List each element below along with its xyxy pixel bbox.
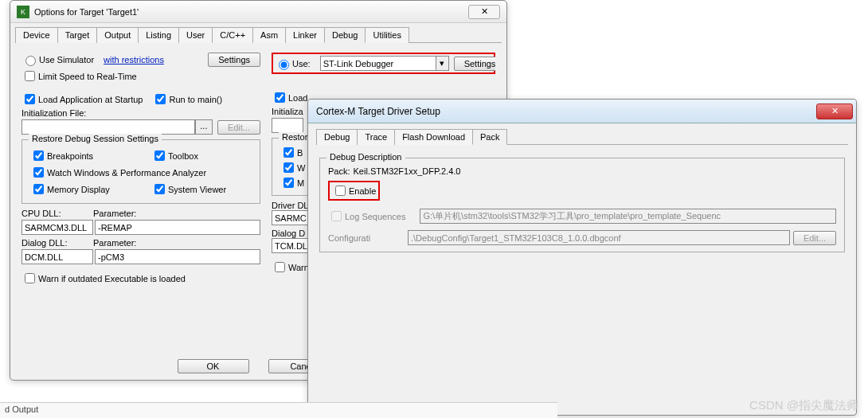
init-input-r[interactable] — [272, 118, 303, 133]
tab2-trace[interactable]: Trace — [357, 129, 395, 145]
tab-asm[interactable]: Asm — [252, 27, 286, 43]
tabstrip: Device Target Output Listing User C/C++ … — [15, 26, 502, 43]
debugger-settings-button[interactable]: Settings — [454, 57, 495, 71]
sysviewer-check[interactable]: System Viewer — [151, 182, 226, 197]
log-seq-check: Log Sequences — [328, 209, 405, 224]
pack-value: Keil.STM32F1xx_DFP.2.4.0 — [354, 166, 461, 176]
limit-speed-check[interactable]: Limit Speed to Real-Time — [22, 68, 137, 84]
load-app-check[interactable]: Load Application at Startup — [22, 92, 143, 107]
close-button2[interactable]: ✕ — [816, 104, 853, 119]
log-seq-input — [420, 209, 836, 224]
dialog-dll-input[interactable] — [22, 249, 93, 264]
enable-check[interactable]: Enable — [328, 181, 380, 201]
toolbox-check[interactable]: Toolbox — [151, 148, 198, 163]
init-file-input[interactable] — [22, 119, 195, 135]
tab-output[interactable]: Output — [96, 27, 139, 43]
restore-group: Restore Debug Session Settings Breakpoin… — [22, 139, 260, 204]
restore-legend: Restore Debug Session Settings — [29, 134, 162, 143]
tab2-pack[interactable]: Pack — [472, 129, 507, 145]
tab-utilities[interactable]: Utilities — [365, 27, 409, 43]
cpu-dll-input[interactable] — [22, 220, 93, 235]
titlebar2[interactable]: Cortex-M Target Driver Setup ✕ — [308, 100, 856, 123]
browse-button[interactable]: ... — [195, 119, 213, 135]
cpu-dll-label: CPU DLL: — [22, 209, 93, 218]
dialog-param-input[interactable] — [95, 249, 260, 264]
use-debugger-radio[interactable]: Use: — [275, 57, 311, 70]
window-title2: Cortex-M Target Driver Setup — [316, 106, 816, 117]
debug-desc-group: Debug Description Pack: Keil.STM32F1xx_D… — [319, 158, 845, 252]
tab-user[interactable]: User — [178, 27, 213, 43]
pack-label: Pack: — [328, 166, 350, 176]
dropdown-icon[interactable]: ▾ — [436, 56, 449, 71]
debugger-select[interactable] — [320, 56, 436, 71]
sim-settings-button[interactable]: Settings — [208, 53, 260, 67]
window-title: Options for Target 'Target1' — [34, 7, 468, 17]
b-check[interactable]: B — [280, 145, 303, 160]
memory-check[interactable]: Memory Display — [30, 182, 142, 197]
edit-button[interactable]: Edit... — [217, 120, 260, 135]
config-label: Configurati — [328, 233, 403, 243]
with-restrictions-link[interactable]: with restrictions — [104, 55, 164, 64]
watch-check[interactable]: Watch Windows & Performance Analyzer — [30, 165, 206, 180]
ok-button[interactable]: OK — [178, 359, 249, 373]
warn-check-r[interactable]: Warn — [272, 260, 309, 275]
tab2-flash[interactable]: Flash Download — [394, 129, 473, 145]
w-check[interactable]: W — [280, 160, 305, 175]
run-to-main-check[interactable]: Run to main() — [152, 92, 222, 107]
watermark: CSDN @指尖魔法师 — [749, 398, 858, 413]
param-label: Parameter: — [93, 209, 136, 218]
tab-linker[interactable]: Linker — [285, 27, 325, 43]
tab-cpp[interactable]: C/C++ — [212, 27, 253, 43]
tab-debug[interactable]: Debug — [324, 27, 366, 43]
dialog-dll-label: Dialog DLL: — [22, 238, 93, 248]
config-input — [408, 230, 790, 245]
titlebar[interactable]: K Options for Target 'Target1' ✕ — [10, 1, 506, 23]
status-bar: d Output — [0, 402, 557, 418]
load-app-check-r[interactable]: Load — [272, 90, 307, 105]
tab-device[interactable]: Device — [15, 27, 58, 43]
driver-setup-dialog: Cortex-M Target Driver Setup ✕ Debug Tra… — [307, 99, 857, 416]
driver-dll-input[interactable] — [272, 210, 311, 225]
tab2-debug[interactable]: Debug — [316, 129, 358, 145]
tab-target[interactable]: Target — [57, 27, 98, 43]
breakpoints-check[interactable]: Breakpoints — [30, 148, 142, 163]
edit-button2: Edit... — [793, 231, 836, 245]
m-check[interactable]: M — [280, 175, 304, 190]
warn-check[interactable]: Warn if outdated Executable is loaded — [22, 271, 186, 286]
tabstrip2: Debug Trace Flash Download Pack — [316, 128, 848, 145]
dialog-dll-input-r[interactable] — [272, 238, 311, 253]
close-button[interactable]: ✕ — [468, 5, 500, 19]
cpu-param-input[interactable] — [95, 220, 260, 235]
param-label2: Parameter: — [93, 238, 136, 248]
use-simulator-radio[interactable]: Use Simulator — [22, 53, 94, 66]
init-file-label: Initialization File: — [22, 108, 260, 118]
app-icon: K — [17, 6, 29, 18]
debug-desc-legend: Debug Description — [326, 152, 405, 162]
tab-listing[interactable]: Listing — [138, 27, 179, 43]
